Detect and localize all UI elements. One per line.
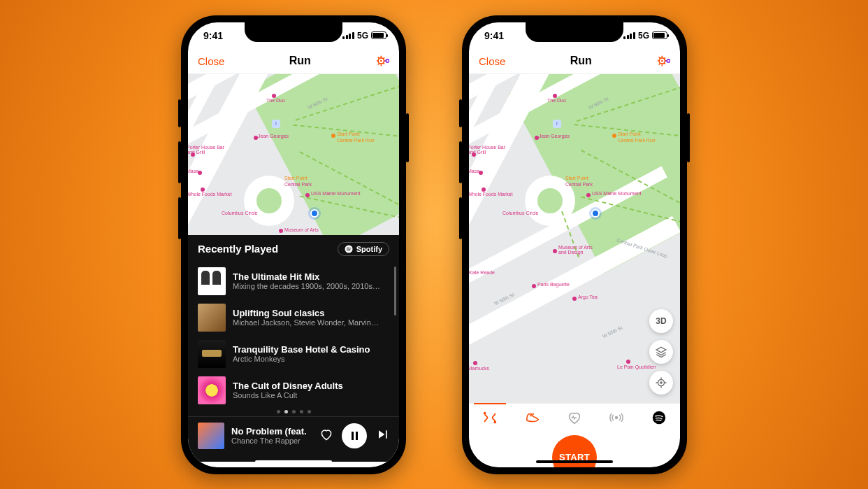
tab-activity[interactable] (511, 404, 553, 432)
transit-pin[interactable]: i (553, 120, 561, 128)
album-art (198, 304, 226, 332)
poi-label: Masa (188, 169, 198, 173)
track-row[interactable]: The Cult of Disney AdultsSounds Like A C… (198, 372, 389, 409)
scroll-indicator (394, 267, 396, 316)
poi-label: The Duo (547, 98, 566, 103)
poi-label: Central Park Run (337, 138, 375, 143)
now-playing-title: No Problem (feat. (231, 426, 312, 437)
poi-label: Whole Foods Market (188, 192, 232, 197)
home-indicator[interactable] (536, 460, 613, 463)
shoe-icon (525, 410, 540, 425)
locate-button[interactable] (649, 371, 673, 395)
tab-bar (469, 403, 680, 432)
track-title: Uplifting Soul clasics (233, 308, 389, 318)
poi-label: Whole Foods Market (469, 192, 513, 197)
track-row[interactable]: Tranquility Base Hotel & CasinoArctic Mo… (198, 336, 389, 372)
map-view[interactable]: i W 60th St The Duo Jean Georges Start P… (188, 74, 399, 235)
poi-label: Start Point (284, 176, 308, 180)
notch (245, 22, 342, 42)
locate-icon (655, 376, 667, 389)
close-button[interactable]: Close (198, 55, 224, 67)
spotify-button[interactable]: Spotify (338, 242, 389, 256)
signal-icon (623, 32, 635, 39)
svg-point-13 (615, 416, 619, 420)
now-playing-art (198, 423, 224, 449)
transit-pin[interactable]: i (272, 120, 280, 128)
spotify-icon (651, 410, 667, 425)
route-icon (482, 410, 498, 425)
poi-label: Columbus Circle (502, 211, 538, 215)
map-view[interactable]: i W 60th St Central Park Outer Loop W 58… (469, 74, 680, 403)
phone-right: 9:41 5G Close Run (462, 15, 687, 474)
street-label: W 55th St (602, 325, 623, 339)
poi-label: Start Point (565, 176, 588, 180)
svg-point-1 (380, 60, 382, 62)
track-artist: Arctic Monkeys (233, 355, 389, 363)
page-title: Run (570, 55, 592, 67)
poi-label: Central Park Run (618, 138, 656, 143)
poi-label: Jean Georges (258, 134, 289, 139)
poi-label: Argo Tea (578, 295, 598, 299)
svg-point-11 (484, 412, 486, 415)
album-art (198, 376, 226, 404)
poi-label: Porter House Bar and Grill (469, 145, 506, 155)
poi-label: Jean Georges (539, 134, 570, 139)
poi-label: Kate Reade (469, 270, 495, 275)
svg-point-12 (494, 421, 497, 424)
notch (526, 22, 623, 42)
poi-label: Central Park (565, 182, 593, 187)
tab-route[interactable] (469, 404, 511, 432)
skip-next-icon (375, 427, 389, 441)
svg-point-6 (661, 60, 663, 62)
spotify-icon (345, 245, 353, 253)
poi-label: Starbucks (469, 366, 489, 371)
svg-point-10 (660, 381, 662, 383)
tab-spotify[interactable] (638, 404, 680, 432)
track-row[interactable]: The Ultimate Hit MixMixing the decades 1… (198, 263, 389, 299)
status-time: 9:41 (484, 30, 504, 41)
poi-label: USS Maine Monument (592, 191, 641, 196)
poi-label: Masa (469, 169, 479, 173)
poi-label: Museum of Arts (284, 227, 319, 232)
nav-bar: Close Run (469, 49, 680, 74)
now-playing-bar[interactable]: No Problem (feat. Chance The Rapper (188, 416, 399, 462)
page-dots (188, 409, 399, 416)
poi-label: Start Point (618, 132, 641, 136)
heart-icon (319, 427, 333, 441)
svg-point-2 (386, 59, 389, 62)
pause-button[interactable] (342, 423, 367, 448)
phone-left: 9:41 5G Close Run (181, 15, 406, 474)
spotify-panel: Recently Played Spotify The Ultimate Hit… (188, 235, 399, 462)
page-title: Run (289, 55, 311, 67)
poi-label: Paris Baguette (537, 282, 570, 287)
poi-label: USS Maine Monument (311, 191, 360, 196)
album-art (198, 267, 226, 295)
track-title: Tranquility Base Hotel & Casino (233, 344, 389, 355)
track-artist: Sounds Like A Cult (233, 391, 389, 399)
album-art (198, 340, 226, 368)
signal-icon (342, 32, 354, 39)
heart-rate-icon (567, 410, 582, 425)
battery-icon (652, 31, 667, 39)
status-network: 5G (357, 31, 368, 41)
pause-icon (352, 432, 354, 440)
beacon-icon (609, 410, 624, 425)
current-location-dot (591, 209, 600, 218)
home-indicator[interactable] (255, 460, 332, 463)
3d-button[interactable]: 3D (649, 309, 673, 333)
tab-beacon[interactable] (595, 404, 637, 432)
settings-button[interactable] (375, 54, 389, 68)
layers-button[interactable] (649, 340, 673, 364)
track-list[interactable]: The Ultimate Hit MixMixing the decades 1… (188, 263, 399, 409)
gear-icon (656, 54, 670, 68)
track-title: The Cult of Disney Adults (233, 381, 389, 391)
like-button[interactable] (319, 427, 333, 444)
track-row[interactable]: Uplifting Soul clasicsMichael Jackson, S… (198, 299, 389, 336)
next-button[interactable] (375, 427, 389, 444)
recently-played-heading: Recently Played (198, 243, 278, 255)
close-button[interactable]: Close (479, 55, 505, 67)
tab-heart[interactable] (554, 404, 595, 432)
track-artist: Mixing the decades 1900s, 2000s, 2010s… (233, 282, 389, 290)
settings-button[interactable] (656, 54, 670, 68)
poi-label: Museum of Arts and Design (558, 245, 600, 255)
